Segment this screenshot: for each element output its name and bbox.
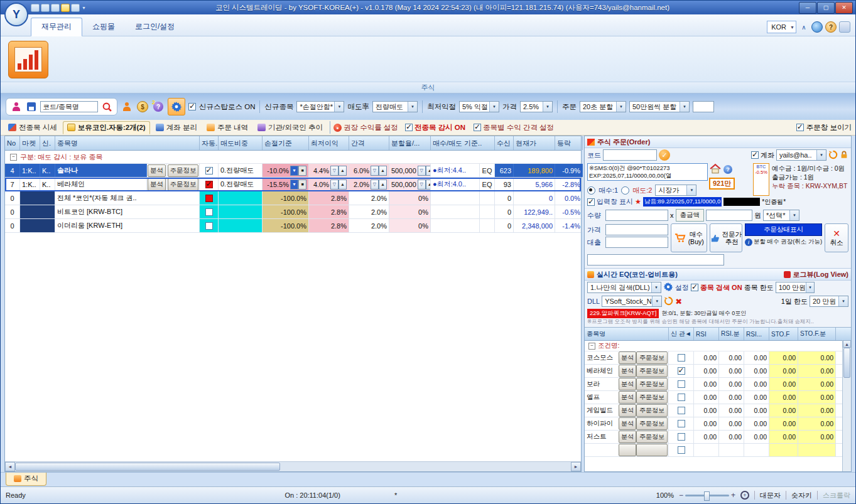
scroll-up-icon[interactable]: ▲ xyxy=(843,340,851,348)
maximize-button[interactable]: ▢ xyxy=(817,2,835,14)
app-logo-icon[interactable]: Y xyxy=(4,3,28,26)
expert-recommend-button[interactable]: 전문가 추천 xyxy=(710,223,742,252)
new-stoploss-checkbox[interactable] xyxy=(188,103,196,110)
column-header[interactable]: STO.F xyxy=(769,328,798,340)
code-search-input[interactable] xyxy=(40,101,98,112)
quick-access-dropdown-icon[interactable]: ▼ xyxy=(82,6,86,10)
column-header[interactable]: 손절기준 xyxy=(263,136,309,150)
auto-checkbox[interactable] xyxy=(205,167,213,174)
stock-chart-icon[interactable] xyxy=(8,41,48,78)
auto-checkbox[interactable] xyxy=(205,208,213,216)
column-header[interactable]: 수신 xyxy=(495,136,514,150)
account-dropdown[interactable]: yails@ha.. xyxy=(776,149,826,161)
column-header[interactable]: 등락 xyxy=(555,136,583,150)
column-header[interactable]: 종목명 xyxy=(55,136,200,150)
money-bag-icon[interactable]: $ xyxy=(136,100,149,113)
user-icon[interactable] xyxy=(839,21,850,33)
condition-row[interactable]: 게임빌드분석주문정보0.000.000.000.000.00 xyxy=(585,404,851,417)
condition-checkbox[interactable] xyxy=(678,394,685,401)
select-dropdown[interactable]: *선택* xyxy=(763,210,799,221)
analysis-button[interactable]: 분석 xyxy=(619,365,636,377)
min-profit-dropdown[interactable]: 5% 익절 xyxy=(459,101,499,112)
language-dropdown[interactable]: KOR▼ xyxy=(767,21,796,33)
order-price-input[interactable] xyxy=(605,224,668,235)
condition-checkbox[interactable] xyxy=(678,354,685,362)
spinner-button[interactable]: ▽ xyxy=(418,166,426,176)
account-checkbox[interactable] xyxy=(751,151,759,159)
help-circle-icon[interactable]: ? xyxy=(723,165,732,174)
collapse-group-icon[interactable] xyxy=(10,154,17,161)
column-header[interactable]: No xyxy=(5,136,20,150)
memo-input[interactable] xyxy=(587,254,724,265)
ribbon-tab[interactable]: 쇼핑몰 xyxy=(82,18,125,36)
my-search-dropdown[interactable]: 1.나만의 검색(DLL) xyxy=(587,282,661,293)
collapse-ribbon-icon[interactable]: ∧ xyxy=(799,22,809,32)
auto-checkbox[interactable] xyxy=(205,181,213,188)
analysis-button[interactable] xyxy=(619,444,636,456)
paste-icon[interactable] xyxy=(51,4,60,12)
spinner-button[interactable]: ▲ xyxy=(426,166,431,176)
collapse-group-icon[interactable] xyxy=(588,343,595,350)
search-icon[interactable] xyxy=(100,100,113,113)
zoom-out-icon[interactable]: − xyxy=(679,491,683,500)
dll-dropdown[interactable]: YSoft_Stock_N xyxy=(602,296,662,307)
column-header[interactable]: 자동.. xyxy=(200,136,219,150)
spinner-button[interactable]: ▼ xyxy=(290,166,298,176)
column-header[interactable]: RSI.분 xyxy=(719,328,744,340)
analysis-button[interactable]: 분석 xyxy=(148,178,166,191)
condition-row[interactable]: 베라체인분석주문정보0.000.000.000.000.00 xyxy=(585,365,851,378)
user-edit-icon[interactable] xyxy=(10,100,23,113)
save-disk-icon[interactable] xyxy=(25,100,38,113)
settings-icon[interactable] xyxy=(663,282,673,293)
house-icon[interactable] xyxy=(709,163,722,176)
tabstrip-item[interactable]: 기관/외국인 추이 xyxy=(254,122,327,134)
column-header[interactable]: RSI xyxy=(694,328,719,340)
sheet-tab-stock[interactable]: 주식 xyxy=(6,473,46,486)
scrollbar-thumb[interactable] xyxy=(843,348,850,378)
condition-row[interactable]: 하이파이분석주문정보0.000.000.000.000.00 xyxy=(585,417,851,431)
input-window-checkbox[interactable] xyxy=(587,198,595,206)
analysis-button[interactable]: 분석 xyxy=(148,164,166,177)
order-info-button[interactable]: 주문정보 xyxy=(636,365,668,377)
minimize-button[interactable]: ─ xyxy=(799,2,816,14)
order-code-input[interactable] xyxy=(603,149,657,161)
column-header[interactable]: STO.F.분 xyxy=(798,328,836,340)
spinner-button[interactable]: ▽ xyxy=(418,180,426,190)
question-2-icon[interactable]: ?2 xyxy=(152,100,165,113)
copy-icon[interactable] xyxy=(41,4,50,12)
order-info-button[interactable]: 주문정보 xyxy=(636,404,668,417)
settings-label[interactable]: 설정 xyxy=(675,283,689,292)
globe-icon[interactable] xyxy=(811,21,823,33)
lightning-icon[interactable] xyxy=(61,4,70,12)
condition-group-row[interactable]: 조건명: xyxy=(585,341,851,351)
table-row[interactable]: 71:K..K..베라체인분석주문정보0.전량매도-15.5%▼■4.0%▽▲2… xyxy=(5,178,581,191)
spinner-button[interactable]: ▲ xyxy=(426,180,431,190)
buy-button[interactable]: 매수 (Buy) xyxy=(671,223,707,252)
quantity-input[interactable] xyxy=(605,210,668,221)
auto-checkbox[interactable] xyxy=(205,195,213,202)
condition-checkbox[interactable] xyxy=(678,380,685,388)
profit-gap-checkbox[interactable] xyxy=(474,124,481,131)
stoploss-dropdown[interactable]: *손절안함* xyxy=(296,101,344,112)
reward-icon[interactable]: ● xyxy=(333,124,342,132)
table-row[interactable]: 0이더리움 [KRW-ETH]-100.0%2.8%2.0%0%02,348,0… xyxy=(5,219,581,233)
condition-checkbox[interactable] xyxy=(678,367,685,375)
refresh-icon[interactable] xyxy=(828,150,838,161)
spinner-button[interactable]: ▲ xyxy=(379,166,387,176)
order-info-button[interactable] xyxy=(636,444,668,456)
analysis-button[interactable]: 분석 xyxy=(619,391,636,404)
spinner-button[interactable]: ▲ xyxy=(339,180,347,190)
analysis-button[interactable]: 분석 xyxy=(619,378,636,390)
scan-checkbox[interactable] xyxy=(691,284,698,291)
scroll-right-icon[interactable]: ► xyxy=(571,462,581,471)
lock-icon[interactable] xyxy=(840,150,848,161)
total-amount-input[interactable] xyxy=(706,210,752,221)
tabstrip-item[interactable]: 보유코인.자동:2개(2) xyxy=(63,121,150,134)
column-header[interactable]: 매도비중 xyxy=(219,136,263,150)
order-split-dropdown[interactable]: 20초 분할 xyxy=(580,101,626,112)
spinner-button[interactable]: ■ xyxy=(298,166,306,176)
order-info-button[interactable]: 주문정보 xyxy=(636,378,668,390)
analysis-button[interactable]: 분석 xyxy=(619,431,636,443)
spinner-button[interactable]: ■ xyxy=(298,180,306,190)
table-row[interactable]: 0비트코인 [KRW-BTC]-100.0%2.8%2.0%0%0122,949… xyxy=(5,205,581,219)
